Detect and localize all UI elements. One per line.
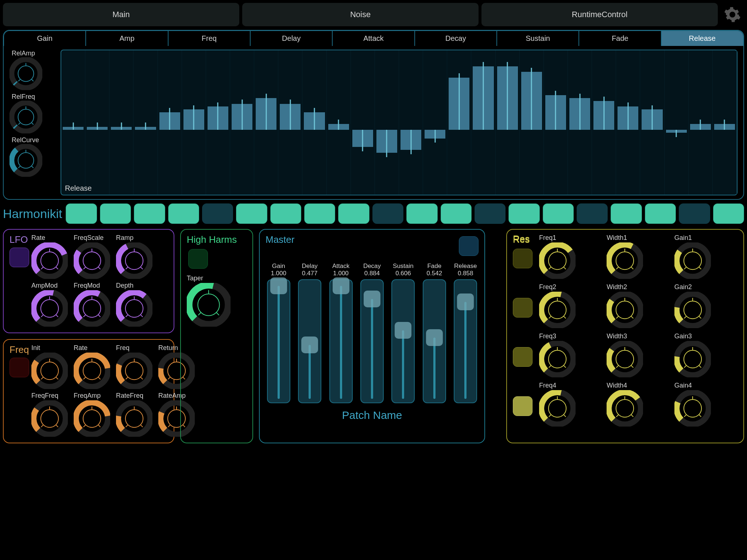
- svg-line-44: [140, 315, 143, 317]
- res-toggle-3[interactable]: [513, 347, 533, 367]
- freq-rate-knob[interactable]: Rate: [74, 344, 110, 390]
- freq-freq-label: Freq: [116, 344, 152, 352]
- high-harms-toggle[interactable]: [188, 249, 208, 269]
- slider-attack[interactable]: Attack 1.000: [328, 262, 354, 403]
- step-6[interactable]: [236, 203, 267, 224]
- tab-noise[interactable]: Noise: [242, 3, 479, 26]
- svg-point-126: [616, 350, 634, 368]
- svg-line-32: [41, 315, 43, 317]
- taper-knob[interactable]: [187, 283, 231, 327]
- tab-main[interactable]: Main: [3, 3, 239, 26]
- res-gain4-knob[interactable]: Gain4: [674, 382, 738, 428]
- slider-decay[interactable]: Decay 0.884: [359, 262, 385, 403]
- slider-gain[interactable]: Gain 1.000: [266, 262, 291, 403]
- step-13[interactable]: [475, 203, 506, 224]
- slider-sustain[interactable]: Sustain 0.606: [390, 262, 416, 403]
- res-width3-knob[interactable]: Width3: [607, 332, 670, 379]
- res-gain3-knob[interactable]: Gain3: [674, 332, 738, 379]
- lfo-rate-knob[interactable]: Rate: [31, 234, 68, 280]
- release-graph[interactable]: Release: [61, 50, 738, 195]
- step-5[interactable]: [202, 203, 233, 224]
- sub-tab-sustain[interactable]: Sustain: [497, 31, 579, 46]
- master-toggle[interactable]: [459, 236, 479, 256]
- res-freq4-knob[interactable]: Freq4: [539, 382, 602, 428]
- relcurve-knob[interactable]: [9, 144, 42, 177]
- res-width4-knob[interactable]: Width4: [607, 382, 670, 428]
- svg-point-121: [549, 350, 566, 368]
- step-17[interactable]: [611, 203, 642, 224]
- sub-tab-amp[interactable]: Amp: [86, 31, 168, 46]
- lfo-freqscale-knob[interactable]: FreqScale: [74, 234, 110, 280]
- svg-line-42: [126, 315, 128, 317]
- lfo-freqmod-knob[interactable]: FreqMod: [74, 282, 110, 328]
- res-freq2-knob[interactable]: Freq2: [539, 283, 602, 330]
- freq-init-knob[interactable]: Init: [31, 344, 68, 390]
- step-19[interactable]: [679, 203, 710, 224]
- res-width1-knob[interactable]: Width1: [607, 234, 670, 280]
- settings-button[interactable]: [721, 3, 744, 26]
- svg-line-59: [140, 377, 143, 379]
- step-8[interactable]: [304, 203, 335, 224]
- res-freq1-knob[interactable]: Freq1: [539, 234, 602, 280]
- svg-line-129: [631, 365, 633, 368]
- res-toggle-4[interactable]: [513, 396, 533, 416]
- freq-freq-knob[interactable]: Freq: [116, 344, 152, 390]
- gear-icon: [724, 6, 741, 23]
- svg-line-142: [616, 415, 619, 417]
- freq-freqfreq-knob[interactable]: FreqFreq: [31, 392, 68, 438]
- slider-release[interactable]: Release 0.858: [453, 262, 479, 403]
- step-10[interactable]: [372, 203, 403, 224]
- res-toggle-1[interactable]: [513, 249, 533, 268]
- step-12[interactable]: [441, 203, 472, 224]
- freq-ratefreq-knob[interactable]: RateFreq: [116, 392, 152, 438]
- tab-runtimecontrol[interactable]: RuntimeControl: [481, 3, 718, 26]
- step-16[interactable]: [577, 203, 608, 224]
- lfo-ampmod-label: AmpMod: [31, 282, 68, 289]
- step-7[interactable]: [270, 203, 301, 224]
- sub-tab-attack[interactable]: Attack: [332, 31, 414, 46]
- step-9[interactable]: [338, 203, 369, 224]
- step-4[interactable]: [168, 203, 199, 224]
- lfo-toggle[interactable]: [9, 248, 29, 267]
- sub-tab-decay[interactable]: Decay: [415, 31, 497, 46]
- step-20[interactable]: [713, 203, 744, 224]
- sub-tab-gain[interactable]: Gain: [4, 31, 86, 46]
- res-width2-knob[interactable]: Width2: [607, 283, 670, 330]
- sub-tab-delay[interactable]: Delay: [250, 31, 332, 46]
- res-freq3-knob[interactable]: Freq3: [539, 332, 602, 379]
- svg-line-24: [98, 267, 100, 269]
- freq-freqamp-knob[interactable]: FreqAmp: [74, 392, 110, 438]
- lfo-title: LFO: [9, 234, 29, 245]
- slider-fade[interactable]: Fade 0.542: [421, 262, 447, 403]
- svg-point-146: [684, 400, 701, 417]
- svg-line-29: [140, 267, 143, 269]
- res-title: Res: [513, 233, 530, 245]
- relfreq-knob[interactable]: [9, 101, 42, 133]
- res-panel: ResFreq1Width1Gain1Freq2Width2Gain2Freq3…: [506, 229, 744, 443]
- step-2[interactable]: [100, 203, 131, 224]
- lfo-ramp-knob[interactable]: Ramp: [116, 234, 152, 280]
- svg-line-109: [564, 316, 566, 318]
- lfo-depth-knob[interactable]: Depth: [116, 282, 152, 328]
- res-gain2-knob[interactable]: Gain2: [674, 283, 738, 330]
- relamp-knob[interactable]: [9, 57, 42, 90]
- slider-delay[interactable]: Delay 0.477: [297, 262, 322, 403]
- step-11[interactable]: [406, 203, 437, 224]
- svg-line-4: [31, 79, 34, 81]
- freq-toggle[interactable]: [9, 358, 29, 377]
- sub-tab-freq[interactable]: Freq: [168, 31, 250, 46]
- res-gain1-knob[interactable]: Gain1: [674, 234, 738, 280]
- step-3[interactable]: [134, 203, 165, 224]
- step-15[interactable]: [543, 203, 574, 224]
- res-toggle-2[interactable]: [513, 298, 533, 318]
- sub-tab-fade[interactable]: Fade: [579, 31, 661, 46]
- lfo-ampmod-knob[interactable]: AmpMod: [31, 282, 68, 328]
- step-1[interactable]: [66, 203, 97, 224]
- freq-init-label: Init: [31, 344, 68, 352]
- svg-line-112: [616, 316, 619, 318]
- sub-tab-bar: GainAmpFreqDelayAttackDecaySustainFadeRe…: [4, 31, 743, 46]
- svg-line-134: [699, 365, 701, 368]
- sub-tab-release[interactable]: Release: [661, 31, 743, 46]
- step-14[interactable]: [508, 203, 539, 224]
- step-18[interactable]: [645, 203, 676, 224]
